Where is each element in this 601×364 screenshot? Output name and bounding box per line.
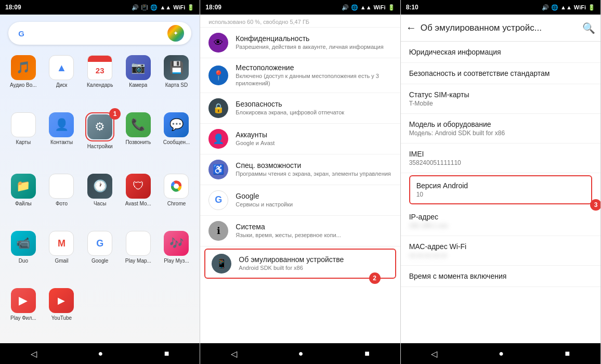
app-grid: 🎵 Аудио Во... ▲ Диск 23 Календарь 📷 Каме…	[0, 49, 200, 343]
nav-home-2[interactable]: ●	[288, 346, 314, 361]
section-mac[interactable]: МАС-адрес Wi-Fi xx:xx:xx:xx:xx	[401, 236, 600, 266]
nav-recent-1[interactable]: ■	[154, 346, 180, 361]
app-label-camera: Камера	[129, 82, 147, 88]
app-drive[interactable]: ▲ Диск	[44, 52, 80, 107]
status-bar-1: 18:09 🔊 📳 🌐 ▲▲ WiFi 🔋	[0, 0, 200, 15]
section-model[interactable]: Модель и оборудование Модель: Android SD…	[401, 114, 600, 144]
step-badge-1: 1	[109, 108, 121, 120]
model-value: Модель: Android SDK built for x86	[409, 129, 592, 137]
settings-item-security[interactable]: 🔒 Безопасность Блокировка экрана, цифров…	[200, 93, 400, 124]
nav-home-1[interactable]: ●	[87, 346, 113, 361]
app-chrome[interactable]: Chrome	[159, 171, 195, 226]
data-icon-2: 🌐	[351, 4, 358, 11]
app-label-sdcard: Карта SD	[165, 82, 188, 88]
location-subtitle: Включено (доступ к данным местоположения…	[236, 72, 391, 87]
app-label-playmap: Play Мар...	[125, 258, 151, 264]
status-time-1: 18:09	[5, 4, 21, 11]
app-audio[interactable]: 🎵 Аудио Во...	[5, 52, 42, 107]
app-messages[interactable]: 💬 Сообщен...	[159, 109, 195, 168]
app-youtube[interactable]: ▶ YouTube	[44, 285, 80, 340]
settings-item-location[interactable]: 📍 Местоположение Включено (доступ к данн…	[200, 58, 400, 93]
location-icon: 📍	[208, 66, 228, 85]
battery-icon: 🔋	[187, 4, 194, 11]
location-text: Местоположение Включено (доступ к данным…	[236, 63, 391, 87]
app-label-playvid: Play Фил...	[10, 315, 36, 321]
section-sim[interactable]: Статус SIM-карты T-Mobile	[401, 84, 600, 114]
search-bar[interactable]: G ✦	[8, 22, 191, 45]
app-playmap[interactable]: 🗺 Play Мар...	[120, 228, 156, 283]
app-camera[interactable]: 📷 Камера	[120, 52, 156, 107]
nav-back-3[interactable]: ◁	[421, 346, 448, 362]
app-icon-playvid: ▶	[11, 288, 36, 313]
section-legal[interactable]: Юридическая информация	[401, 42, 600, 63]
settings-item-accounts[interactable]: 👤 Аккаунты Google и Avast	[200, 124, 400, 154]
app-label-calendar: Календарь	[87, 82, 113, 88]
app-icon-contacts: 👤	[49, 112, 74, 137]
svg-point-1	[174, 184, 179, 189]
app-maps[interactable]: 🗺 Карты	[5, 109, 42, 168]
sim-title: Статус SIM-карты	[409, 90, 592, 99]
storage-info: использовано 60 %, свободно 5,47 ГБ	[200, 15, 400, 28]
app-icon-avast: 🛡	[126, 174, 151, 199]
app-contacts[interactable]: 👤 Контакты	[44, 109, 80, 168]
app-settings[interactable]: 1 ⚙ Настройки	[82, 109, 118, 168]
app-phone[interactable]: 📞 Позвонить	[120, 109, 156, 168]
settings-item-system[interactable]: ℹ Система Языки, время, жесты, резервное…	[200, 216, 400, 246]
nav-recent-2[interactable]: ■	[354, 346, 380, 361]
app-label-maps: Карты	[16, 139, 31, 146]
app-label-chrome: Chrome	[167, 201, 186, 207]
settings-item-about[interactable]: 📱 Об эмулированном устройстве Android SD…	[204, 249, 396, 279]
app-duo[interactable]: 📹 Duo	[5, 228, 42, 283]
app-files[interactable]: 📁 Файлы	[5, 171, 42, 226]
app-photos[interactable]: 🖼 Фото	[44, 171, 80, 226]
step-badge-3: 3	[590, 199, 600, 211]
app-label-drive: Диск	[56, 82, 68, 88]
safety-title: Безопасность и соответствие стандартам	[409, 69, 592, 77]
security-icon: 🔒	[208, 98, 228, 118]
nav-bar-3: ◁ ● ■	[401, 343, 600, 364]
sound-icon: 🔊	[132, 4, 139, 11]
data-icon-3: 🌐	[551, 4, 558, 11]
app-icon-playmap: 🗺	[126, 231, 151, 256]
battery-icon-2: 🔋	[388, 4, 395, 11]
mac-value: xx:xx:xx:xx:xx	[409, 252, 592, 259]
section-android-version[interactable]: Версия Android 10	[409, 175, 592, 204]
nav-back-1[interactable]: ◁	[20, 346, 47, 362]
section-uptime[interactable]: Время с момента включения	[401, 266, 600, 287]
app-calendar[interactable]: 23 Календарь	[82, 52, 118, 107]
back-button[interactable]: ←	[406, 22, 416, 34]
search-button[interactable]: 🔍	[582, 22, 595, 34]
app-avast[interactable]: 🛡 Avast Мо...	[120, 171, 156, 226]
app-icon-gmail: M	[49, 231, 74, 256]
app-gmail[interactable]: M Gmail	[44, 228, 80, 283]
ip-value: 192.168.1.xxx	[409, 222, 592, 229]
android-version-value: 10	[416, 191, 585, 198]
section-ip[interactable]: IP-адрес 192.168.1.xxx	[401, 206, 600, 236]
app-playvid[interactable]: ▶ Play Фил...	[5, 285, 42, 340]
status-icons-2: 🔊 🌐 ▲▲ WiFi 🔋	[342, 4, 395, 11]
status-bar-3: 8:10 🔊 🌐 ▲▲ WiFi 🔋	[401, 0, 600, 15]
nav-home-3[interactable]: ●	[488, 346, 514, 361]
settings-item-google[interactable]: G Google Сервисы и настройки	[200, 185, 400, 216]
system-text: Система Языки, время, жесты, резервное к…	[236, 223, 391, 239]
data-icon: 🌐	[150, 4, 158, 11]
about-toolbar: ← Об эмулированном устройс... 🔍	[401, 15, 600, 42]
nav-bar-2: ◁ ● ■	[200, 343, 400, 364]
google-icon: G	[208, 190, 228, 210]
section-safety[interactable]: Безопасность и соответствие стандартам	[401, 63, 600, 84]
accessibility-subtitle: Программы чтения с экрана, экран, элемен…	[236, 170, 391, 177]
app-icon-chrome	[164, 174, 189, 199]
settings-item-about-wrapper: 📱 Об эмулированном устройстве Android SD…	[204, 249, 396, 279]
app-google[interactable]: G Google	[82, 228, 118, 283]
app-label-contacts: Контакты	[50, 139, 73, 146]
google-assistant-icon[interactable]: ✦	[167, 25, 184, 42]
app-clock[interactable]: 🕐 Часы	[82, 171, 118, 226]
google-text: Google Сервисы и настройки	[236, 192, 391, 208]
app-playmus[interactable]: 🎶 Play Муз...	[159, 228, 195, 283]
settings-item-accessibility[interactable]: ♿ Спец. возможности Программы чтения с э…	[200, 154, 400, 185]
nav-back-2[interactable]: ◁	[220, 346, 247, 362]
app-sdcard[interactable]: 💾 Карта SD	[159, 52, 195, 107]
settings-item-privacy[interactable]: 👁 Конфиденциальность Разрешения, действи…	[200, 28, 400, 58]
nav-recent-3[interactable]: ■	[554, 346, 580, 361]
section-imei[interactable]: IMEI 358240051111110	[401, 144, 600, 173]
